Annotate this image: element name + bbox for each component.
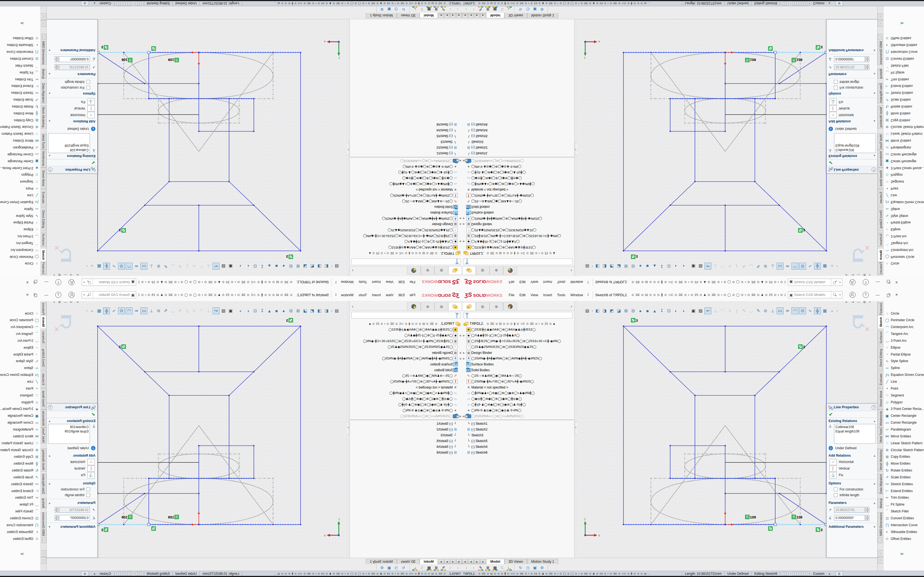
relation-badge-pencil-0[interactable]: 3 — [286, 318, 293, 322]
tab-direct-editing[interactable]: Direct Editing — [877, 208, 884, 231]
cancel-sketch-icon[interactable]: × — [54, 243, 59, 253]
motion-tab-motion-study-1[interactable]: Motion Study 1 — [527, 13, 558, 18]
tree-item-sketch[interactable]: └(-) Sketch1 — [462, 151, 574, 156]
relation-item[interactable]: Equal length109 — [835, 429, 874, 434]
propertymanager-tab[interactable]: ⊞ — [476, 302, 489, 311]
expand-icon[interactable]: ▶ — [462, 357, 466, 360]
relation-item[interactable]: Equal length109 — [50, 429, 89, 434]
tool-polygon[interactable]: ◇Polygon — [884, 399, 924, 405]
close-button[interactable]: × — [895, 292, 898, 297]
motion-nav-1[interactable]: ◀ — [450, 559, 456, 564]
relations-listbox[interactable]: Collinear108Equal length109 — [48, 133, 90, 153]
tab-mesh-modeling[interactable]: Mesh Modeling — [877, 448, 884, 472]
tool-stretch-entities[interactable]: ↦Stretch Entities — [884, 90, 924, 96]
motion-tab-3d-views[interactable]: 3D Views — [397, 13, 420, 18]
motion-icon-3[interactable]: ≣ — [485, 6, 491, 12]
expand-icon[interactable]: ▶ — [458, 240, 462, 243]
tool-equation-driven-curve[interactable]: ƒxEquation Driven Curve — [884, 199, 924, 205]
tab-data-migration[interactable]: Data Migration — [877, 474, 884, 494]
tool-partial-ellipse[interactable]: ◔Partial Ellipse — [0, 219, 40, 226]
tree-item-design-binder[interactable]: ▶▤Design Binder — [462, 221, 574, 227]
tool-extend-entities[interactable]: ⊢Extend Entities — [884, 83, 924, 89]
tool-offset-entities[interactable]: ⊂Offset Entities — [0, 535, 40, 542]
checkbox-infinite-length[interactable]: Infinite length — [46, 492, 97, 498]
tab-sheet-metal[interactable]: Sheet Metal — [40, 388, 47, 409]
tree-item-gauge[interactable]: ◔◯25♟◉25ИΝ3Ɛ25◯⊛◯253ƐИΝ25◉♟25◯ — [350, 344, 462, 350]
expand-icon[interactable]: ▶ — [462, 223, 466, 226]
tab-mesh-modeling[interactable]: Mesh Modeling — [40, 448, 47, 472]
tool-scale-entities[interactable]: ⇗Scale Entities — [0, 474, 40, 480]
sketch-line-22[interactable] — [651, 53, 725, 152]
sketch-line-23[interactable] — [725, 53, 800, 152]
tab-sketch[interactable]: Sketch — [877, 248, 884, 262]
menu-window[interactable]: Window — [339, 292, 356, 298]
angle-parameter-input[interactable]: 0.00000000° — [59, 56, 90, 62]
motion-icon-1[interactable]: ◖ — [470, 6, 477, 12]
user-account-icon[interactable] — [68, 292, 74, 298]
ok-button[interactable]: ✔ — [91, 160, 95, 166]
tab-markup[interactable]: Markup — [877, 498, 884, 508]
expand-icon[interactable]: ▶ — [462, 218, 466, 220]
manager-tabs-overflow-icon[interactable]: › — [352, 268, 354, 273]
tree-rollback-divider[interactable] — [350, 157, 462, 158]
tab-overflow-box-1[interactable]: ⋮ — [878, 557, 884, 564]
sketch-line-21[interactable] — [779, 493, 826, 524]
tab-weldments[interactable]: Weldments — [40, 409, 47, 427]
tree-item-design-binder[interactable]: ▶▤Design Binder — [350, 221, 462, 227]
tab-sheet-metal[interactable]: Sheet Metal — [877, 168, 884, 189]
tree-item-sketch[interactable]: └Sketch3 — [350, 139, 462, 145]
ok-button[interactable]: ✔ — [91, 412, 95, 417]
relation-badge-pencil-4[interactable] — [768, 47, 772, 50]
tree-item-surface-bodies[interactable]: Surface Bodies — [462, 210, 574, 216]
spinner[interactable]: ▲▼ — [866, 64, 869, 70]
search-icon[interactable] — [831, 292, 838, 298]
length-parameter-input[interactable]: 10.88152731 — [59, 64, 90, 70]
section-parameters[interactable]: Parameters ▲ — [827, 71, 878, 77]
tree-item-sketch-grid[interactable]: ⊞(-) Sketch6 — [462, 122, 574, 127]
minimize-button[interactable]: — — [876, 280, 880, 284]
checkbox-for-construction[interactable]: For construction — [827, 486, 878, 492]
tool-sketch-fillet[interactable]: ⌒Sketch Fillet — [884, 508, 924, 515]
tab-overflow-box-1[interactable]: ⋮ — [40, 557, 46, 564]
relation-badge-pencil-1[interactable]: 3 — [119, 228, 126, 232]
tree-item-sensors[interactable]: ▶◉◯Λ♟◉╋25◦ʒ◯⊛◯ʒ◦25╋◉♟Λ◯ — [462, 239, 574, 245]
motion-icon-4[interactable]: ▦ — [426, 565, 432, 571]
menu-view[interactable]: View — [528, 279, 541, 286]
menu-edit[interactable]: Edit — [396, 292, 407, 298]
length-parameter-input[interactable]: 10.88152731 — [59, 507, 90, 513]
tool-center-rectangle[interactable]: ▣Center Rectangle — [884, 158, 924, 164]
tool-scale-entities[interactable]: ⇗Scale Entities — [884, 97, 924, 103]
tool-center-rectangle[interactable]: ▣Center Rectangle — [0, 413, 40, 419]
motion-icon-1[interactable]: ◖ — [447, 6, 454, 12]
tree-item-sketch-grid[interactable]: ⊞(-) Sketch6 — [350, 450, 462, 455]
motion-nav-3[interactable]: ▶ — [480, 13, 486, 18]
tool-style-spline[interactable]: ∿Style Spline — [0, 358, 40, 364]
tab-surfaces[interactable]: Surfaces — [877, 232, 884, 247]
motion-icon-9[interactable]: ◷ — [524, 565, 531, 571]
search-input[interactable]: ▣ Search CAD Models ▾ — [82, 291, 136, 298]
motion-icon-0[interactable]: ◗ — [463, 565, 470, 571]
user-account-icon[interactable] — [850, 292, 856, 298]
tool-parallelogram[interactable]: ▱Parallelogram — [0, 426, 40, 432]
tree-item-gauge[interactable]: ◔◯25♟◉25ИΝ3Ɛ25◯⊛◯253ƐИΝ25◉♟25◯ — [462, 227, 574, 233]
relations-listbox[interactable]: Collinear108Equal length109 — [48, 424, 90, 444]
motion-nav-2[interactable]: ▶ — [444, 559, 450, 564]
display-style-selector[interactable]: Custom ▲ — [809, 2, 834, 5]
tool-point[interactable]: ▪Point — [0, 185, 40, 192]
tree-item-history[interactable]: ★◯253Ɛ╋◎♟◉ΛΑΦ◯⊛◯ΦΑΛ◉♟◎╋3Ɛ52◯ — [462, 327, 574, 332]
sketch-line-6[interactable] — [98, 205, 145, 251]
relation-item[interactable]: Collinear108 — [50, 425, 89, 429]
search-input[interactable]: ▣ Search CAD Models ▾ — [788, 279, 842, 286]
tool-move-entities[interactable]: ╬Move Entities — [0, 110, 40, 116]
commandmanager-grip-icon[interactable]: ⁞ — [44, 302, 45, 305]
tree-item-gauge[interactable]: ◔◯25♟◉25ИΝ3Ɛ25◯⊛◯253ƐИΝ25◉♟25◯ — [350, 227, 462, 233]
menu-insert[interactable]: Insert — [369, 279, 383, 286]
relation-item[interactable]: Equal length109 — [50, 143, 89, 148]
motion-nav-3[interactable]: ▶ — [480, 559, 486, 564]
angle-parameter-input[interactable]: 0.00000000° — [834, 515, 865, 521]
tree-item-markups[interactable]: ✎◯25◦∩⊛♟ΑΜ◯◉◯ΜΑ♟⊛∩◦25◯ — [350, 198, 462, 204]
tree-item-locked-folder[interactable]: ▶◯253ƐИΝΑ∪+◯⊛◯+∪ΑИΝ3Ɛ52◯ — [350, 413, 462, 419]
tab-sheet-metal[interactable]: Sheet Metal — [877, 388, 884, 409]
tree-item-plane[interactable]: ▱◯╋ʒ9◦♟◯⊛◉|◯⊛◯|◉⊛◯♟◦9ʒ╋◯ — [462, 402, 574, 408]
sketch-line-22[interactable] — [651, 425, 725, 524]
